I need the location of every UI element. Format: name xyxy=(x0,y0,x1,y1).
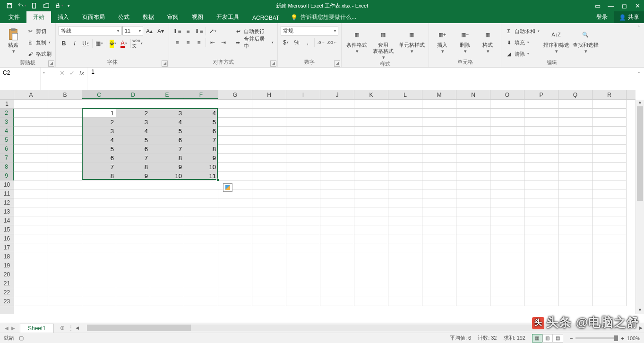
cell-G1[interactable] xyxy=(218,100,252,109)
cell-O19[interactable] xyxy=(490,261,524,270)
cell-C20[interactable] xyxy=(82,270,116,279)
cell-K17[interactable] xyxy=(354,243,388,252)
cell-K6[interactable] xyxy=(354,145,388,154)
row-header-18[interactable]: 18 xyxy=(0,252,14,261)
cell-K21[interactable] xyxy=(354,279,388,288)
cell-H7[interactable] xyxy=(252,154,286,163)
zoom-in-icon[interactable]: + xyxy=(621,335,624,341)
cell-D14[interactable] xyxy=(116,216,150,225)
cell-C3[interactable]: 2 xyxy=(82,118,116,127)
cell-J16[interactable] xyxy=(320,234,354,243)
cell-M7[interactable] xyxy=(422,154,456,163)
cell-O2[interactable] xyxy=(490,109,524,118)
percent-format-icon[interactable]: % xyxy=(292,37,302,48)
scroll-down-icon[interactable]: ▼ xyxy=(636,308,644,314)
align-top-icon[interactable]: ⬆≡ xyxy=(172,26,182,36)
cell-O3[interactable] xyxy=(490,118,524,127)
cell-C5[interactable]: 4 xyxy=(82,136,116,145)
accounting-format-icon[interactable]: $▾ xyxy=(281,37,291,48)
cell-J5[interactable] xyxy=(320,136,354,145)
bold-button[interactable]: B xyxy=(59,38,69,49)
cell-Q18[interactable] xyxy=(558,252,592,261)
cell-L22[interactable] xyxy=(388,288,422,297)
cell-I15[interactable] xyxy=(286,225,320,234)
tab-data[interactable]: 数据 xyxy=(136,11,161,23)
row-header-15[interactable]: 15 xyxy=(0,225,14,234)
cell-P12[interactable] xyxy=(524,198,558,207)
tab-insert[interactable]: 插入 xyxy=(51,11,76,23)
cell-C8[interactable]: 7 xyxy=(82,163,116,172)
cell-M12[interactable] xyxy=(422,198,456,207)
cell-D22[interactable] xyxy=(116,288,150,297)
increase-font-icon[interactable]: A▴ xyxy=(144,26,155,36)
cell-M19[interactable] xyxy=(422,261,456,270)
cell-I23[interactable] xyxy=(286,297,320,306)
cell-L7[interactable] xyxy=(388,154,422,163)
cells-area[interactable]: 12342345345645675678678978910891011 xyxy=(14,100,635,314)
cell-M3[interactable] xyxy=(422,118,456,127)
number-launcher[interactable]: ◢ xyxy=(334,60,340,67)
tab-formulas[interactable]: 公式 xyxy=(112,11,136,23)
cell-I5[interactable] xyxy=(286,136,320,145)
cancel-formula-icon[interactable]: ✕ xyxy=(60,69,65,77)
column-header-L[interactable]: L xyxy=(388,90,422,99)
cell-P18[interactable] xyxy=(524,252,558,261)
cell-E11[interactable] xyxy=(150,189,184,198)
row-header-16[interactable]: 16 xyxy=(0,234,14,243)
cell-I16[interactable] xyxy=(286,234,320,243)
delete-cells-button[interactable]: ▦−删除▾ xyxy=(455,26,475,54)
cell-J7[interactable] xyxy=(320,154,354,163)
cell-Q2[interactable] xyxy=(558,109,592,118)
maximize-icon[interactable]: ◻ xyxy=(618,0,631,11)
row-header-14[interactable]: 14 xyxy=(0,216,14,225)
cell-N17[interactable] xyxy=(456,243,490,252)
cell-O17[interactable] xyxy=(490,243,524,252)
tab-acrobat[interactable]: ACROBAT xyxy=(246,13,286,23)
cell-J2[interactable] xyxy=(320,109,354,118)
cell-L17[interactable] xyxy=(388,243,422,252)
cell-J9[interactable] xyxy=(320,172,354,180)
cell-G18[interactable] xyxy=(218,252,252,261)
cell-P19[interactable] xyxy=(524,261,558,270)
autofill-options-button[interactable] xyxy=(223,183,232,192)
cell-O5[interactable] xyxy=(490,136,524,145)
cell-O23[interactable] xyxy=(490,297,524,306)
cell-C2[interactable]: 1 xyxy=(82,109,116,118)
cell-B2[interactable] xyxy=(48,109,82,118)
cell-N11[interactable] xyxy=(456,189,490,198)
clipboard-launcher[interactable]: ◢ xyxy=(48,60,54,67)
cell-K7[interactable] xyxy=(354,154,388,163)
column-header-O[interactable]: O xyxy=(490,90,524,99)
cell-A12[interactable] xyxy=(14,198,48,207)
column-header-E[interactable]: E xyxy=(150,90,184,99)
cell-P21[interactable] xyxy=(524,279,558,288)
cell-R17[interactable] xyxy=(592,243,627,252)
cell-L3[interactable] xyxy=(388,118,422,127)
cell-H11[interactable] xyxy=(252,189,286,198)
cell-R1[interactable] xyxy=(592,100,627,109)
cell-A23[interactable] xyxy=(14,297,48,306)
phonetic-button[interactable]: wén文▾ xyxy=(132,38,143,49)
cell-C13[interactable] xyxy=(82,207,116,216)
cell-Q5[interactable] xyxy=(558,136,592,145)
cell-G15[interactable] xyxy=(218,225,252,234)
cell-Q23[interactable] xyxy=(558,297,592,306)
cell-D8[interactable]: 8 xyxy=(116,163,150,172)
cut-button[interactable]: ✂剪切 xyxy=(26,26,52,36)
cell-K15[interactable] xyxy=(354,225,388,234)
cell-D23[interactable] xyxy=(116,297,150,306)
name-box-dropdown-icon[interactable]: ▾ xyxy=(40,68,47,90)
cell-styles-button[interactable]: ▦单元格样式▾ xyxy=(397,26,426,54)
cell-A13[interactable] xyxy=(14,207,48,216)
decrease-decimal-icon[interactable]: .00← xyxy=(327,37,337,48)
column-header-A[interactable]: A xyxy=(14,90,48,99)
cell-J19[interactable] xyxy=(320,261,354,270)
cell-L13[interactable] xyxy=(388,207,422,216)
cell-R20[interactable] xyxy=(592,270,627,279)
cell-A21[interactable] xyxy=(14,279,48,288)
cell-P11[interactable] xyxy=(524,189,558,198)
cell-B23[interactable] xyxy=(48,297,82,306)
cell-I6[interactable] xyxy=(286,145,320,154)
row-header-4[interactable]: 4 xyxy=(0,127,14,136)
cell-P7[interactable] xyxy=(524,154,558,163)
